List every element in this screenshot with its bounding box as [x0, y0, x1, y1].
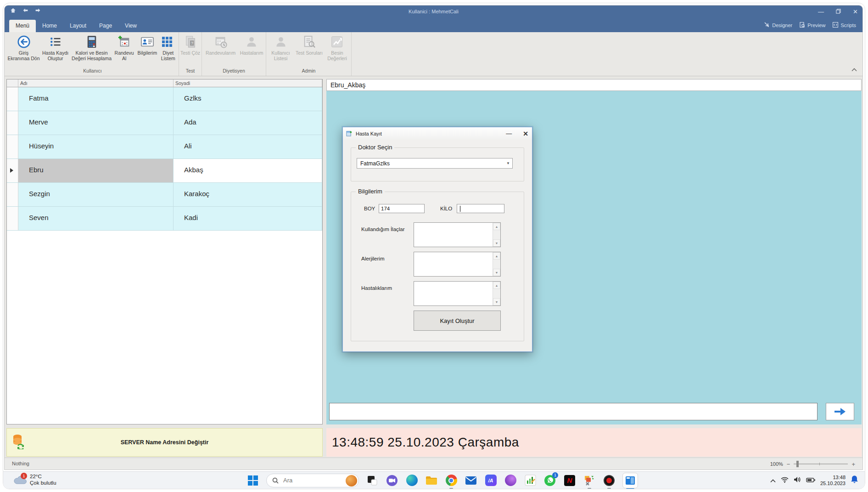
taskbar-search[interactable]: [266, 474, 359, 487]
chrome-browser-icon[interactable]: [445, 474, 458, 487]
ribbon-button-randevu-al[interactable]: Randevu Al: [112, 32, 136, 68]
dialog-title-bar[interactable]: Hasta Kayıt — ✕: [343, 127, 532, 140]
tab-page[interactable]: Page: [93, 20, 118, 32]
chevron-down-icon[interactable]: ▼: [504, 158, 512, 168]
restore-button[interactable]: [836, 6, 841, 18]
ribbon-button-giris-ekranina-don[interactable]: Giriş Ekranınaa Dön: [7, 32, 40, 68]
notification-bell-icon[interactable]: [851, 475, 858, 486]
screen-recorder-icon[interactable]: [603, 474, 616, 487]
game-tools-icon[interactable]: [583, 474, 596, 487]
scrollbar[interactable]: ▲ ▼: [493, 252, 500, 276]
cell-soyadi[interactable]: Ali: [174, 135, 322, 158]
edge-browser-icon[interactable]: [405, 474, 418, 487]
dialog-close-button[interactable]: ✕: [523, 130, 528, 137]
kayit-olustur-button[interactable]: Kayıt Oluştur: [414, 311, 501, 331]
cell-soyadi[interactable]: Ada: [174, 111, 322, 135]
row-selector[interactable]: [7, 111, 18, 135]
cell-adi[interactable]: Merve: [18, 111, 174, 135]
ribbon-button-kalori-hesaplama[interactable]: Kalori ve Besin Değeri Hesaplama: [71, 32, 112, 68]
minimize-button[interactable]: —: [818, 6, 824, 18]
scrollbar[interactable]: ▲ ▼: [493, 223, 500, 247]
zoom-in-button[interactable]: +: [851, 461, 855, 468]
battery-icon[interactable]: [806, 476, 815, 485]
start-button[interactable]: [246, 474, 259, 487]
ribbon-button-hastalarim[interactable]: Hastalarım: [238, 32, 265, 68]
table-row[interactable]: Hüseyin Ali: [7, 135, 322, 159]
netflix-icon[interactable]: N: [563, 474, 576, 487]
scroll-up-icon[interactable]: ▲: [493, 282, 500, 289]
scroll-down-icon[interactable]: ▼: [493, 298, 500, 305]
scroll-up-icon[interactable]: ▲: [493, 252, 500, 260]
zoom-out-button[interactable]: −: [787, 461, 790, 468]
doctor-combobox[interactable]: FatmaGzlks ▼: [357, 158, 513, 169]
row-selector[interactable]: [7, 159, 18, 182]
tab-menu[interactable]: Menü: [9, 20, 36, 32]
row-selector[interactable]: [7, 207, 18, 230]
weather-widget[interactable]: 1 22°C Çok bulutlu: [13, 473, 56, 486]
ribbon-button-bilgilerim[interactable]: Bilgilerim: [136, 32, 158, 68]
active-app-button[interactable]: [622, 473, 638, 488]
photo-editor-icon[interactable]: [524, 474, 537, 487]
table-row-selected[interactable]: Ebru Akbaş: [7, 159, 322, 183]
cell-adi[interactable]: Ebru: [18, 159, 174, 182]
message-input[interactable]: [329, 403, 818, 420]
cell-soyadi[interactable]: Kadi: [174, 207, 322, 230]
zoom-slider[interactable]: [794, 464, 848, 464]
row-selector[interactable]: [7, 135, 18, 158]
tray-clock[interactable]: 13:48 25.10.2023: [820, 475, 846, 486]
table-row[interactable]: Merve Ada: [7, 111, 322, 135]
desktop-app-icon[interactable]: [366, 474, 379, 487]
home-icon[interactable]: [10, 7, 16, 13]
search-input[interactable]: [282, 476, 337, 484]
back-icon[interactable]: [22, 8, 28, 13]
scrollbar[interactable]: ▲ ▼: [493, 282, 500, 305]
table-row[interactable]: Fatma Gzlks: [7, 87, 322, 111]
tab-home[interactable]: Home: [36, 20, 63, 32]
search-highlight-image[interactable]: [346, 475, 357, 486]
ribbon-button-hasta-kaydi-olustur[interactable]: Hasta Kaydı Oluştur: [40, 32, 71, 68]
movavi-app-icon[interactable]: /A: [484, 474, 497, 487]
grid-column-adi[interactable]: Adı: [18, 79, 174, 87]
tray-chevron-up-icon[interactable]: [770, 476, 776, 485]
dynamics-app-icon[interactable]: [504, 474, 517, 487]
cell-soyadi[interactable]: Gzlks: [174, 87, 322, 111]
hastalik-textbox[interactable]: ▲ ▼: [414, 281, 501, 306]
table-row[interactable]: Seven Kadi: [7, 207, 322, 231]
scroll-down-icon[interactable]: ▼: [493, 239, 500, 247]
zoom-slider-thumb[interactable]: [796, 461, 799, 467]
alerji-textbox[interactable]: ▲ ▼: [414, 252, 501, 277]
kilo-field[interactable]: [457, 204, 504, 213]
cell-adi[interactable]: Seven: [18, 207, 174, 230]
row-selector[interactable]: [7, 183, 18, 206]
ilaclar-textbox[interactable]: ▲ ▼: [414, 222, 501, 247]
dialog-minimize-button[interactable]: —: [506, 130, 512, 137]
cell-soyadi[interactable]: Akbaş: [174, 159, 322, 182]
server-change-button[interactable]: SERVER Name Adresini Değiştir: [6, 428, 323, 457]
cell-soyadi[interactable]: Karakoç: [174, 183, 322, 206]
volume-icon[interactable]: [794, 476, 801, 485]
send-button[interactable]: [826, 403, 854, 420]
boy-field[interactable]: [379, 204, 425, 213]
ribbon-button-testi-coz[interactable]: ? Testi Çöz: [180, 32, 201, 68]
cell-adi[interactable]: Hüseyin: [18, 135, 174, 158]
forward-icon[interactable]: [35, 8, 41, 13]
tab-view[interactable]: View: [118, 20, 143, 32]
wifi-icon[interactable]: [781, 476, 789, 485]
whatsapp-icon[interactable]: 1: [543, 474, 556, 487]
grid-column-soyadi[interactable]: Soyadi: [174, 79, 322, 87]
cell-adi[interactable]: Sezgin: [18, 183, 174, 206]
cell-adi[interactable]: Fatma: [18, 87, 174, 111]
mail-app-icon[interactable]: [465, 474, 477, 487]
scripts-menu-item[interactable]: Scripts: [833, 22, 856, 28]
ribbon-button-besin-degerleri[interactable]: Besin Değerleri: [324, 32, 350, 68]
close-button[interactable]: ✕: [853, 6, 858, 18]
tab-layout[interactable]: Layout: [63, 20, 93, 32]
table-row[interactable]: Sezgin Karakoç: [7, 183, 322, 207]
ribbon-button-randevularim[interactable]: Randevularım: [203, 32, 238, 68]
ribbon-button-test-sorulari[interactable]: Test Soruları: [294, 32, 324, 68]
ribbon-button-diyet-listem[interactable]: Diyet Listem: [159, 32, 178, 68]
preview-menu-item[interactable]: Preview: [800, 22, 825, 28]
ribbon-collapse-icon[interactable]: [851, 65, 857, 74]
chat-app-icon[interactable]: [386, 474, 398, 487]
designer-menu-item[interactable]: Designer: [764, 22, 792, 28]
